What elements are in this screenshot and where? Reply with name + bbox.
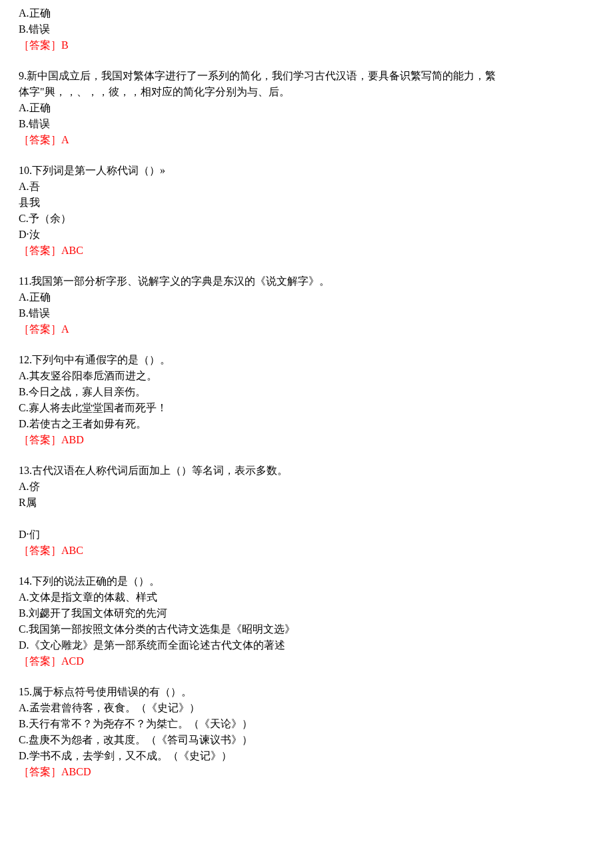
question-stem-line1: 9.新中国成立后，我国对繁体字进行了一系列的简化，我们学习古代汉语，要具备识繁写… <box>19 68 594 84</box>
answer-label: ［答案］ <box>19 545 61 556</box>
answer-line: ［答案］ABCD <box>19 764 594 780</box>
question-9: 9.新中国成立后，我国对繁体字进行了一系列的简化，我们学习古代汉语，要具备识繁写… <box>19 68 594 148</box>
answer-value: ABD <box>61 434 84 445</box>
option-b: B.今日之战，寡人目亲伤。 <box>19 384 594 400</box>
question-12: 12.下列句中有通假字的是（）。 A.其友竖谷阳奉卮酒而进之。 B.今日之战，寡… <box>19 352 594 448</box>
question-15: 15.属于标点符号使用错误的有（）。 A.孟尝君曾待客，夜食。（《史记》） B.… <box>19 684 594 780</box>
option-d: D.若使古之王者如毋有死。 <box>19 416 594 432</box>
answer-label: ［答案］ <box>19 434 61 445</box>
option-b: B.错误 <box>19 21 594 37</box>
question-14: 14.下列的说法正确的是（）。 A.文体是指文章的体裁、样式 B.刘勰开了我国文… <box>19 573 594 669</box>
answer-value: A <box>61 323 69 335</box>
question-stem: 10.下列词是第一人称代词（）» <box>19 163 594 179</box>
option-a: A.正确 <box>19 289 594 305</box>
option-a: A.孟尝君曾待客，夜食。（《史记》） <box>19 700 594 716</box>
answer-value: ACD <box>61 655 84 667</box>
answer-line: ［答案］ABC <box>19 543 594 559</box>
option-c: C.寡人将去此堂堂国者而死乎！ <box>19 400 594 416</box>
option-a: A.文体是指文章的体裁、样式 <box>19 589 594 605</box>
answer-line: ［答案］A <box>19 132 594 148</box>
answer-value: ABC <box>61 245 83 256</box>
option-c: C.盘庚不为怨者，改其度。（《答司马谏议书》） <box>19 732 594 748</box>
answer-line: ［答案］ABD <box>19 432 594 448</box>
question-stem-line2: 体字"興，，、，，彼，，相对应的简化字分别为与、后。 <box>19 84 594 100</box>
option-b: B.天行有常不？为尧存不？为桀亡。（《天论》） <box>19 716 594 732</box>
answer-label: ［答案］ <box>19 134 61 145</box>
option-d: D·们 <box>19 527 594 543</box>
question-10: 10.下列词是第一人称代词（）» A.吾 县我 C.予（余） D·汝 ［答案］A… <box>19 163 594 259</box>
question-stem: 13.古代汉语在人称代词后面加上（）等名词，表示多数。 <box>19 463 594 479</box>
answer-line: ［答案］ACD <box>19 653 594 669</box>
answer-value: A <box>61 134 69 145</box>
answer-value: ABCD <box>61 766 91 777</box>
option-b: R属 <box>19 495 594 511</box>
option-a: A.吾 <box>19 179 594 195</box>
option-b: 县我 <box>19 195 594 211</box>
option-a: A.其友竖谷阳奉卮酒而进之。 <box>19 368 594 384</box>
option-a: A.侪 <box>19 479 594 495</box>
answer-label: ［答案］ <box>19 766 61 777</box>
option-d: D·汝 <box>19 227 594 243</box>
question-11: 11.我国第一部分析字形、说解字义的字典是东汉的《说文解字》。 A.正确 B.错… <box>19 273 594 337</box>
question-stem: 14.下列的说法正确的是（）。 <box>19 573 594 589</box>
answer-value: ABC <box>61 545 83 556</box>
option-b: B.错误 <box>19 116 594 132</box>
answer-label: ［答案］ <box>19 323 61 335</box>
option-c: C.予（余） <box>19 211 594 227</box>
answer-label: ［答案］ <box>19 39 61 51</box>
answer-line: ［答案］B <box>19 37 594 53</box>
answer-line: ［答案］A <box>19 321 594 337</box>
option-b: B.刘勰开了我国文体研究的先河 <box>19 605 594 621</box>
option-d: D.学书不成，去学剑，又不成。（《史记》） <box>19 748 594 764</box>
answer-label: ［答案］ <box>19 655 61 667</box>
document-page: A.正确 B.错误 ［答案］B 9.新中国成立后，我国对繁体字进行了一系列的简化… <box>0 0 613 868</box>
option-a: A.正确 <box>19 100 594 116</box>
option-a: A.正确 <box>19 5 594 21</box>
answer-label: ［答案］ <box>19 245 61 256</box>
option-d: D.《文心雕龙》是第一部系统而全面论述古代文体的著述 <box>19 637 594 653</box>
question-13: 13.古代汉语在人称代词后面加上（）等名词，表示多数。 A.侪 R属 D·们 ［… <box>19 463 594 559</box>
option-c: C.我国第一部按照文体分类的古代诗文选集是《昭明文选》 <box>19 621 594 637</box>
answer-line: ［答案］ABC <box>19 243 594 259</box>
question-stem: 11.我国第一部分析字形、说解字义的字典是东汉的《说文解字》。 <box>19 273 594 289</box>
answer-value: B <box>61 39 69 51</box>
question-stem: 12.下列句中有通假字的是（）。 <box>19 352 594 368</box>
question-8: A.正确 B.错误 ［答案］B <box>19 5 594 53</box>
option-b: B.错误 <box>19 305 594 321</box>
blank-option-c <box>19 511 594 527</box>
question-stem: 15.属于标点符号使用错误的有（）。 <box>19 684 594 700</box>
